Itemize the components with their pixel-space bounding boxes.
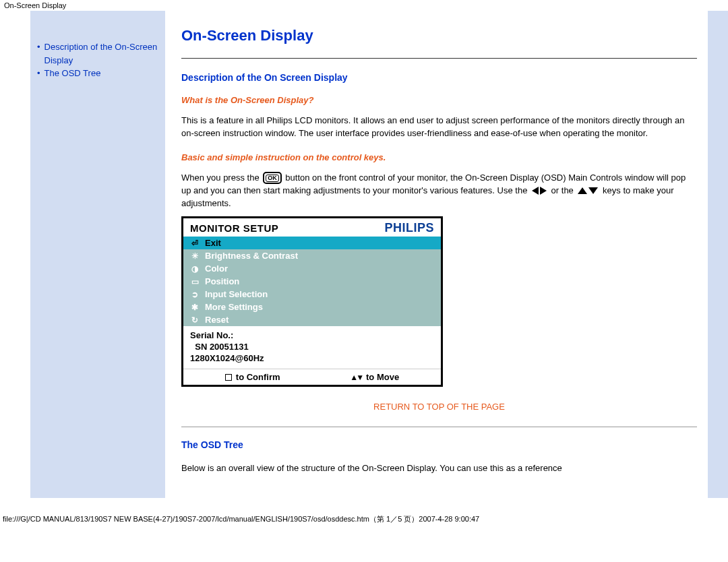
arrow-up-down-icon (577, 185, 599, 197)
osd-info-block: Serial No.: SN 20051131 1280X1024@60Hz (183, 326, 441, 369)
sidebar: • Description of the On-Screen Display •… (30, 11, 165, 498)
sidebar-item-label: The OSD Tree (44, 67, 101, 80)
bullet-icon: • (37, 67, 40, 80)
arrow-left-right-icon (531, 185, 547, 197)
sidebar-item-description[interactable]: • Description of the On-Screen Display (37, 40, 158, 67)
osd-item-label: Input Selection (205, 289, 268, 299)
brand-logo: PHILIPS (384, 221, 434, 235)
exit-icon: ⏎ (190, 239, 200, 248)
sidebar-item-label: Description of the On-Screen Display (44, 40, 158, 67)
osd-item-label: Brightness & Contrast (205, 251, 298, 261)
window-title: On-Screen Display (0, 0, 728, 11)
text-fragment: When you press the (181, 173, 262, 183)
position-icon: ▭ (190, 277, 200, 286)
move-label: to Move (366, 372, 399, 382)
divider (181, 58, 697, 59)
right-rail (708, 11, 728, 498)
footer-filepath: file:///G|/CD MANUAL/813/190S7 NEW BASE(… (0, 511, 728, 528)
subheading-what-is: What is the On-Screen Display? (181, 95, 697, 105)
osd-item-label: Reset (205, 315, 229, 325)
page-title: On-Screen Display (181, 27, 697, 44)
osd-item-more: ✱ More Settings (183, 301, 441, 313)
osd-item-position: ▭ Position (183, 275, 441, 288)
osd-item-reset: ↻ Reset (183, 313, 441, 326)
osd-item-color: ◑ Color (183, 262, 441, 275)
paragraph-description: This is a feature in all Philips LCD mon… (181, 115, 697, 140)
osd-item-label: Exit (205, 238, 221, 248)
input-icon: ➲ (190, 290, 200, 299)
resolution-label: 1280X1024@60Hz (190, 353, 434, 365)
move-glyph-icon: ▲▼ (350, 373, 362, 382)
paragraph-instruction: When you press the OK button on the fron… (181, 172, 697, 210)
section-heading-description: Description of the On Screen Display (181, 72, 697, 83)
divider (181, 427, 697, 427)
osd-title: MONITOR SETUP (190, 222, 278, 234)
osd-footer: to Confirm ▲▼ to Move (183, 369, 441, 385)
osd-item-exit: ⏎ Exit (183, 237, 441, 249)
brightness-icon: ☀ (190, 251, 200, 261)
section-heading-osd-tree: The OSD Tree (181, 439, 697, 450)
sidebar-item-osd-tree[interactable]: • The OSD Tree (37, 67, 158, 80)
color-icon: ◑ (190, 264, 200, 274)
text-fragment: or the (551, 185, 576, 195)
serial-number: SN 20051131 (190, 342, 434, 353)
ok-button-icon: OK (263, 172, 282, 184)
osd-item-label: Position (205, 276, 239, 286)
move-hint: ▲▼ to Move (350, 372, 399, 382)
serial-label: Serial No.: (190, 330, 434, 342)
return-to-top-link[interactable]: RETURN TO TOP OF THE PAGE (181, 402, 697, 412)
settings-icon: ✱ (190, 303, 200, 312)
subheading-basic-instruction: Basic and simple instruction on the cont… (181, 152, 697, 162)
osd-menu: ⏎ Exit ☀ Brightness & Contrast ◑ Color ▭… (183, 237, 441, 326)
paragraph-osd-tree: Below is an overall view of the structur… (181, 462, 697, 475)
osd-item-input: ➲ Input Selection (183, 288, 441, 301)
osd-header: MONITOR SETUP PHILIPS (183, 218, 441, 237)
main-content: On-Screen Display Description of the On … (165, 11, 705, 498)
osd-item-label: Color (205, 263, 228, 274)
confirm-glyph-icon (225, 374, 232, 381)
osd-item-label: More Settings (205, 302, 263, 312)
reset-icon: ↻ (190, 315, 200, 325)
bullet-icon: • (37, 40, 40, 67)
confirm-hint: to Confirm (225, 372, 280, 382)
osd-item-brightness: ☀ Brightness & Contrast (183, 249, 441, 262)
osd-screenshot: MONITOR SETUP PHILIPS ⏎ Exit ☀ Brightnes… (181, 216, 443, 387)
confirm-label: to Confirm (236, 372, 280, 382)
